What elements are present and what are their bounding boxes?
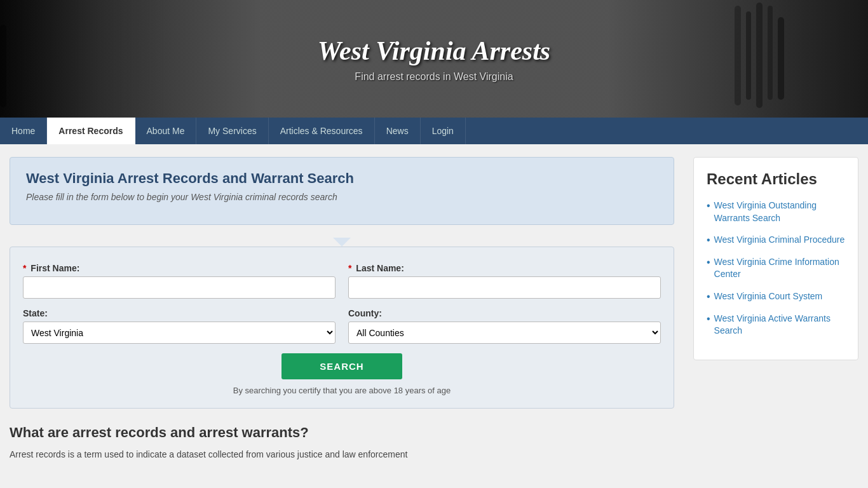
nav-arrest-records[interactable]: Arrest Records [47, 118, 135, 144]
first-name-group: * First Name: [23, 263, 336, 299]
first-name-input[interactable] [23, 276, 336, 299]
article-link-5[interactable]: West Virginia Active Warrants Search [714, 313, 845, 337]
article-link-1[interactable]: West Virginia Outstanding Warrants Searc… [714, 200, 845, 224]
list-item: • West Virginia Crime Information Center [707, 256, 845, 281]
location-row: State: West Virginia County: All Countie… [23, 308, 661, 344]
list-item: • West Virginia Outstanding Warrants Sea… [707, 200, 845, 224]
nav-login[interactable]: Login [421, 118, 466, 144]
search-subtitle: Please fill in the form below to begin y… [26, 192, 658, 202]
county-select[interactable]: All Counties [348, 322, 661, 344]
bullet-icon: • [707, 234, 710, 246]
bullet-icon: • [707, 291, 710, 302]
site-title: West Virginia Arrests [318, 36, 550, 66]
recent-articles-card: Recent Articles • West Virginia Outstand… [693, 157, 858, 360]
search-title: West Virginia Arrest Records and Warrant… [26, 170, 658, 187]
sidebar: Recent Articles • West Virginia Outstand… [684, 157, 868, 461]
site-subtitle: Find arrest records in West Virginia [318, 71, 550, 83]
search-box-header: West Virginia Arrest Records and Warrant… [10, 157, 674, 225]
list-item: • West Virginia Court System [707, 290, 845, 303]
nav-news[interactable]: News [375, 118, 421, 144]
first-name-label: * First Name: [23, 263, 336, 273]
first-name-required: * [23, 263, 26, 273]
list-item: • West Virginia Criminal Procedure [707, 234, 845, 247]
content-section: What are arrest records and arrest warra… [10, 424, 674, 461]
last-name-group: * Last Name: [348, 263, 661, 299]
main-container: West Virginia Arrest Records and Warrant… [0, 144, 868, 474]
county-label: County: [348, 308, 661, 318]
section-heading: What are arrest records and arrest warra… [10, 424, 674, 441]
search-button[interactable]: SEARCH [281, 353, 402, 379]
state-group: State: West Virginia [23, 308, 336, 344]
content-area: West Virginia Arrest Records and Warrant… [0, 157, 684, 461]
sidebar-title: Recent Articles [707, 170, 845, 188]
article-link-3[interactable]: West Virginia Crime Information Center [714, 256, 845, 281]
header-content: West Virginia Arrests Find arrest record… [318, 36, 550, 83]
bullet-icon: • [707, 200, 710, 212]
county-group: County: All Counties [348, 308, 661, 344]
search-form-container: * First Name: * Last Name: State: [10, 247, 674, 409]
nav-about-me[interactable]: About Me [135, 118, 197, 144]
arrow-indicator [333, 238, 351, 247]
nav-home[interactable]: Home [0, 118, 47, 144]
article-link-4[interactable]: West Virginia Court System [714, 290, 823, 303]
site-header: West Virginia Arrests Find arrest record… [0, 0, 868, 118]
search-button-container: SEARCH [23, 353, 661, 379]
state-label: State: [23, 308, 336, 318]
last-name-input[interactable] [348, 276, 661, 299]
search-disclaimer: By searching you certify that you are ab… [23, 386, 661, 395]
bullet-icon: • [707, 313, 710, 325]
last-name-label: * Last Name: [348, 263, 661, 273]
list-item: • West Virginia Active Warrants Search [707, 313, 845, 337]
bullet-icon: • [707, 257, 710, 268]
last-name-required: * [348, 263, 351, 273]
nav-articles[interactable]: Articles & Resources [269, 118, 375, 144]
state-select[interactable]: West Virginia [23, 322, 336, 344]
section-body: Arrest records is a term used to indicat… [10, 447, 674, 461]
name-row: * First Name: * Last Name: [23, 263, 661, 299]
nav-my-services[interactable]: My Services [196, 118, 268, 144]
article-link-2[interactable]: West Virginia Criminal Procedure [714, 234, 845, 247]
main-nav: Home Arrest Records About Me My Services… [0, 118, 868, 144]
